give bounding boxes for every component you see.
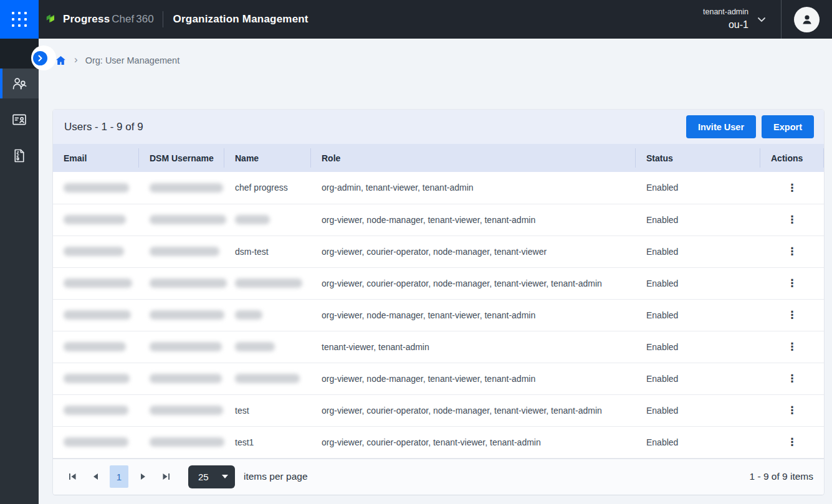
cell-actions: ⋮ bbox=[760, 331, 824, 363]
cell-email bbox=[53, 394, 139, 426]
cell-actions: ⋮ bbox=[760, 172, 824, 204]
cell-email bbox=[53, 363, 139, 394]
role-value: org-viewer, node-manager, tenant-viewer,… bbox=[322, 310, 535, 320]
next-page-button[interactable] bbox=[134, 466, 151, 487]
table-row: chef progressorg-admin, tenant-viewer, t… bbox=[53, 172, 824, 204]
row-actions-menu-button[interactable]: ⋮ bbox=[781, 212, 804, 227]
cell-actions: ⋮ bbox=[760, 394, 824, 426]
redacted-name bbox=[235, 278, 302, 288]
row-actions-menu-button[interactable]: ⋮ bbox=[781, 434, 804, 450]
role-value: org-viewer, courier-operator, node-manag… bbox=[322, 278, 602, 288]
status-value: Enabled bbox=[646, 374, 678, 384]
users-card: Users - 1 - 9 of 9 Invite User Export Em… bbox=[53, 110, 824, 495]
sidebar-item-user-management[interactable] bbox=[0, 69, 39, 98]
zip-document-icon bbox=[11, 148, 27, 164]
name-value: test bbox=[235, 406, 249, 416]
redacted-dsm-username bbox=[150, 278, 227, 288]
row-actions-menu-button[interactable]: ⋮ bbox=[781, 307, 804, 323]
previous-page-icon bbox=[93, 473, 98, 480]
cell-status: Enabled bbox=[636, 267, 760, 299]
users-card-title: Users - 1 - 9 of 9 bbox=[64, 121, 143, 133]
main-content: › Org: User Management Users - 1 - 9 of … bbox=[39, 39, 832, 504]
page-size-value: 25 bbox=[198, 472, 209, 482]
table-row: org-viewer, node-manager, tenant-viewer,… bbox=[53, 299, 824, 331]
row-actions-menu-button[interactable]: ⋮ bbox=[781, 180, 804, 196]
redacted-dsm-username bbox=[150, 406, 223, 415]
page-title: Organization Management bbox=[173, 13, 308, 26]
breadcrumb: › Org: User Management bbox=[55, 54, 832, 67]
breadcrumb-current-page: Org: User Management bbox=[85, 55, 180, 65]
table-row: tenant-viewer, tenant-adminEnabled⋮ bbox=[53, 331, 824, 363]
row-actions-menu-button[interactable]: ⋮ bbox=[781, 275, 804, 291]
role-value: org-viewer, node-manager, tenant-viewer,… bbox=[322, 215, 535, 225]
sidebar-expand-button[interactable] bbox=[33, 51, 47, 65]
top-header: Progress Chef 360 Organization Managemen… bbox=[0, 0, 832, 39]
chevron-down-icon bbox=[757, 17, 766, 22]
redacted-dsm-username bbox=[150, 437, 224, 447]
redacted-dsm-username bbox=[150, 247, 219, 256]
cell-role: org-admin, tenant-viewer, tenant-admin bbox=[311, 172, 636, 204]
status-value: Enabled bbox=[646, 437, 678, 447]
cell-dsm-username bbox=[139, 299, 224, 331]
cell-role: tenant-viewer, tenant-admin bbox=[311, 331, 636, 363]
breadcrumb-home-link[interactable] bbox=[55, 55, 66, 65]
page-size-select[interactable]: 25 bbox=[188, 465, 235, 488]
sidebar-item-id-card[interactable] bbox=[0, 105, 39, 135]
column-header-status: Status bbox=[636, 144, 760, 172]
cell-role: org-viewer, courier-operator, node-manag… bbox=[311, 267, 636, 299]
redacted-email bbox=[64, 342, 126, 351]
row-actions-menu-button[interactable]: ⋮ bbox=[781, 371, 804, 386]
cell-name bbox=[224, 267, 311, 299]
redacted-email bbox=[64, 278, 132, 288]
role-value: org-viewer, courier-operator, node-manag… bbox=[322, 406, 602, 416]
cell-name: dsm-test bbox=[224, 235, 311, 267]
role-value: org-viewer, courier-operator, tenant-vie… bbox=[322, 437, 541, 447]
status-value: Enabled bbox=[646, 278, 678, 288]
current-page-button[interactable]: 1 bbox=[110, 465, 128, 488]
first-page-button[interactable] bbox=[64, 466, 81, 487]
name-value: dsm-test bbox=[235, 247, 269, 257]
breadcrumb-chevron-icon: › bbox=[74, 54, 78, 66]
cell-status: Enabled bbox=[636, 394, 760, 426]
chevron-right-icon bbox=[37, 55, 43, 62]
cell-status: Enabled bbox=[636, 204, 760, 235]
redacted-name bbox=[235, 342, 275, 351]
redacted-name bbox=[235, 374, 300, 383]
cell-email bbox=[53, 426, 139, 458]
sidebar-item-archive-document[interactable] bbox=[0, 141, 39, 171]
row-actions-menu-button[interactable]: ⋮ bbox=[781, 244, 804, 259]
cell-role: org-viewer, courier-operator, node-manag… bbox=[311, 235, 636, 267]
previous-page-button[interactable] bbox=[87, 466, 104, 487]
row-actions-menu-button[interactable]: ⋮ bbox=[781, 339, 804, 354]
first-page-icon bbox=[69, 473, 77, 480]
cell-name: test1 bbox=[224, 426, 311, 458]
cell-dsm-username bbox=[139, 235, 224, 267]
export-button[interactable]: Export bbox=[762, 115, 814, 138]
home-icon bbox=[55, 55, 66, 65]
row-actions-menu-button[interactable]: ⋮ bbox=[781, 402, 804, 418]
user-avatar-button[interactable] bbox=[794, 7, 820, 32]
cell-dsm-username bbox=[139, 426, 224, 458]
items-per-page-label: items per page bbox=[244, 471, 308, 482]
invite-user-button[interactable]: Invite User bbox=[686, 115, 756, 138]
users-table-body: chef progressorg-admin, tenant-viewer, t… bbox=[53, 172, 824, 458]
last-page-button[interactable] bbox=[157, 466, 175, 487]
cell-status: Enabled bbox=[636, 331, 760, 363]
users-card-header: Users - 1 - 9 of 9 Invite User Export bbox=[53, 110, 824, 144]
cell-status: Enabled bbox=[636, 172, 760, 204]
header-divider bbox=[163, 11, 163, 27]
sidebar-nav bbox=[0, 39, 39, 504]
tenant-org-label: ou-1 bbox=[729, 19, 748, 31]
table-header-row: Email DSM Username Name Role Status Acti… bbox=[53, 144, 824, 172]
redacted-name bbox=[235, 215, 270, 224]
cell-name bbox=[224, 204, 311, 235]
redacted-dsm-username bbox=[150, 183, 223, 193]
progress-logo-icon bbox=[45, 12, 59, 26]
caret-down-icon bbox=[222, 475, 228, 478]
tenant-context-dropdown[interactable]: tenant-admin ou-1 bbox=[703, 7, 766, 31]
app-launcher-button[interactable] bbox=[0, 0, 39, 39]
cell-actions: ⋮ bbox=[760, 363, 824, 394]
name-value: chef progress bbox=[235, 183, 288, 193]
cell-email bbox=[53, 331, 139, 363]
app-grid-icon bbox=[12, 12, 27, 27]
